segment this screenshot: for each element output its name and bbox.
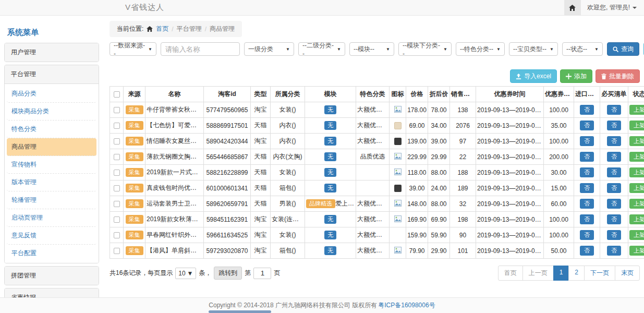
chevron-down-icon: ▼ (386, 47, 390, 52)
source-cell: 采集 (124, 196, 145, 212)
status-button[interactable]: 上架 (629, 167, 644, 177)
import-toggle-button[interactable]: 否 (580, 199, 594, 209)
icp-link[interactable]: 粤ICP备16098006号 (378, 301, 435, 310)
status-button[interactable]: 上架 (629, 246, 644, 256)
import-toggle-button[interactable]: 否 (580, 152, 594, 162)
status-button[interactable]: 上架 (629, 199, 644, 209)
level1-category-select[interactable]: 一级分类▼ (244, 42, 294, 56)
page-button-2[interactable]: 1 (553, 266, 569, 281)
sidebar-group-2[interactable]: 拼团管理 (5, 267, 99, 285)
must-buy-toggle-button[interactable]: 否 (607, 230, 621, 240)
home-button[interactable] (564, 0, 581, 15)
import-toggle-button[interactable]: 否 (580, 246, 594, 256)
sidebar-item-9[interactable]: 平台配置 (7, 245, 96, 262)
scrollbar-thumb[interactable] (209, 310, 271, 313)
must-buy-toggle-button[interactable]: 否 (607, 183, 621, 193)
feature-category-cell (356, 165, 390, 180)
row-checkbox[interactable] (114, 170, 120, 176)
import-excel-button[interactable]: 导入excel (510, 69, 557, 83)
import-toggle-button[interactable]: 否 (580, 230, 594, 240)
sidebar-item-2[interactable]: 特色分类 (7, 121, 96, 138)
sidebar-item-7[interactable]: 启动页管理 (7, 209, 96, 227)
row-checkbox[interactable] (114, 138, 120, 145)
import-excel-label: 导入excel (524, 72, 551, 81)
import-toggle-button[interactable]: 否 (580, 105, 594, 115)
sidebar-group: 用户管理 (4, 43, 99, 62)
import-toggle-button[interactable]: 否 (580, 121, 594, 130)
must-buy-toggle-button[interactable]: 否 (607, 136, 621, 146)
must-buy-toggle-button[interactable]: 否 (607, 167, 621, 177)
module-sub-select[interactable]: --模块下分类--▼ (398, 42, 452, 56)
per-page-select[interactable]: 10 ▼ (175, 268, 196, 279)
sidebar-item-1[interactable]: 模块商品分类 (7, 103, 96, 121)
import-toggle-button[interactable]: 否 (580, 136, 594, 146)
taoke-id-cell: 577479560965 (204, 102, 251, 118)
row-checkbox[interactable] (114, 123, 120, 129)
status-button[interactable]: 上架 (629, 121, 644, 130)
page-button-3[interactable]: 2 (568, 266, 585, 281)
row-checkbox[interactable] (114, 248, 120, 254)
status-button[interactable]: 上架 (629, 136, 644, 146)
row-checkbox[interactable] (114, 107, 120, 113)
must-buy-toggle-button[interactable]: 否 (607, 152, 621, 162)
row-checkbox[interactable] (114, 216, 120, 223)
sidebar-group-0[interactable]: 用户管理 (5, 43, 99, 62)
add-button[interactable]: 添加 (560, 69, 592, 83)
product-thumbnail-icon (394, 106, 402, 113)
must-buy-toggle-button[interactable]: 否 (607, 105, 621, 115)
name-cell: 【港风】单肩斜跨链条... (145, 243, 204, 259)
page-button-4[interactable]: 下一页 (584, 266, 615, 281)
status-button[interactable]: 上架 (629, 230, 644, 240)
page-button-1[interactable]: 上一页 (523, 266, 554, 281)
import-toggle-button[interactable]: 否 (580, 183, 594, 193)
sidebar-group-1[interactable]: 平台管理 (5, 65, 99, 83)
status-button[interactable]: 上架 (629, 152, 644, 162)
status-button[interactable]: 上架 (629, 214, 644, 224)
status-select[interactable]: --状态--▼ (562, 42, 603, 56)
pager: 首页上一页12下一页末页 (498, 266, 640, 281)
must-buy-toggle-button[interactable]: 否 (607, 246, 621, 256)
import-toggle-button[interactable]: 否 (580, 214, 594, 224)
page-button-0[interactable]: 首页 (498, 266, 523, 281)
category-cell: 箱包() (271, 180, 305, 196)
item-type-select[interactable]: --宝贝类型--▼ (509, 42, 558, 56)
name-search-input[interactable] (161, 42, 240, 56)
row-checkbox[interactable] (114, 201, 120, 207)
row-checkbox[interactable] (114, 154, 120, 160)
must-buy-toggle-button[interactable]: 否 (607, 199, 621, 209)
status-button[interactable]: 上架 (629, 105, 644, 115)
sidebar-item-3[interactable]: 商品管理 (7, 138, 96, 156)
page-number-input[interactable] (253, 268, 271, 279)
module-select[interactable]: --模块--▼ (349, 42, 394, 56)
data-source-select[interactable]: --数据来源--▼ (110, 42, 156, 56)
user-menu[interactable]: 欢迎您, 管理员! (587, 3, 637, 12)
sidebar-item-4[interactable]: 宣传物料 (7, 156, 96, 174)
sales-cell: 189 (450, 180, 476, 196)
feature-category-select[interactable]: --特色分类--▼ (456, 42, 505, 56)
query-button[interactable]: 查询 (607, 42, 639, 56)
module-cell: 无 (305, 212, 356, 227)
page-button-5[interactable]: 末页 (615, 266, 640, 281)
coupon-time-cell: 2019-09-13—2019-09-20 (476, 180, 544, 196)
row-checkbox[interactable] (114, 232, 120, 238)
chevron-down-icon: ▼ (286, 47, 290, 52)
sidebar-item-8[interactable]: 意见反馈 (7, 227, 96, 245)
feature-category-cell: 大额优惠券 (356, 227, 390, 243)
chevron-down-icon (633, 7, 637, 9)
sidebar-item-5[interactable]: 版本管理 (7, 174, 96, 191)
breadcrumb-home-link[interactable]: 首页 (156, 25, 168, 33)
price-cell: 39.00 (406, 180, 428, 196)
top-header: V省钱达人 欢迎您, 管理员! (0, 0, 644, 16)
select-all-checkbox[interactable] (114, 91, 120, 98)
sidebar-item-0[interactable]: 商品分类 (7, 85, 96, 103)
status-button[interactable]: 上架 (629, 183, 644, 193)
must-buy-cell: 否 (600, 227, 628, 243)
sidebar-item-6[interactable]: 轮播管理 (7, 191, 96, 209)
row-checkbox[interactable] (114, 185, 120, 191)
import-toggle-button[interactable]: 否 (580, 167, 594, 177)
must-buy-toggle-button[interactable]: 否 (607, 121, 621, 130)
must-buy-toggle-button[interactable]: 否 (607, 214, 621, 224)
jump-button[interactable]: 跳转到 (214, 267, 242, 280)
batch-delete-button[interactable]: 批量删除 (596, 69, 640, 83)
level2-category-select[interactable]: --二级分类--▼ (298, 42, 345, 56)
